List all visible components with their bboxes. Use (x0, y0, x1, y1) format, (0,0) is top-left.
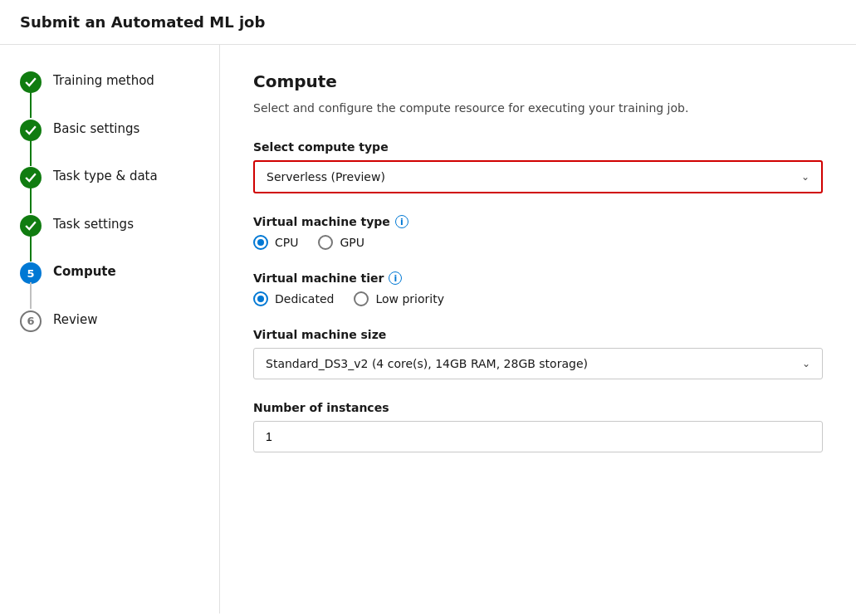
sidebar-item-task-settings[interactable]: Task settings (0, 208, 219, 257)
step-icon-wrap-1 (20, 65, 42, 93)
vm-size-value: Standard_DS3_v2 (4 core(s), 14GB RAM, 28… (266, 357, 588, 370)
page-header: Submit an Automated ML job (0, 0, 856, 45)
vm-tier-label: Virtual machine tier i (253, 271, 823, 285)
step-label-basic-settings: Basic settings (53, 113, 139, 161)
compute-type-label: Select compute type (253, 140, 823, 154)
main-layout: Training method Basic settings (0, 45, 856, 614)
step-icon-compute: 5 (20, 262, 42, 284)
checkmark-icon (25, 220, 37, 232)
vm-size-dropdown[interactable]: Standard_DS3_v2 (4 core(s), 14GB RAM, 28… (253, 348, 823, 379)
step-icon-review: 6 (20, 310, 42, 332)
checkmark-icon (25, 172, 37, 183)
vm-tier-info-icon: i (389, 271, 402, 285)
radio-gpu[interactable]: GPU (318, 235, 364, 250)
radio-gpu-outer (318, 235, 333, 250)
main-content: Compute Select and configure the compute… (220, 45, 856, 614)
radio-cpu-label: CPU (275, 236, 298, 249)
num-instances-label: Number of instances (253, 401, 823, 414)
sidebar-item-task-type-data[interactable]: Task type & data (0, 160, 219, 208)
vm-size-label: Virtual machine size (253, 328, 823, 341)
step-label-compute: Compute (53, 256, 116, 304)
compute-type-dropdown[interactable]: Serverless (Preview) ⌄ (253, 160, 823, 193)
checkmark-icon (25, 76, 37, 88)
section-title: Compute (253, 71, 823, 91)
step-icon-wrap-5: 5 (20, 256, 42, 284)
section-description: Select and configure the compute resourc… (253, 100, 823, 117)
radio-dedicated-outer (253, 291, 268, 306)
step-icon-task-type-data (20, 167, 42, 188)
step-icon-wrap-2 (20, 113, 42, 141)
sidebar-item-review[interactable]: 6 Review (0, 304, 219, 352)
step-icon-training-method (20, 71, 42, 93)
radio-dedicated-inner (257, 296, 264, 302)
radio-gpu-label: GPU (340, 236, 364, 249)
radio-dedicated[interactable]: Dedicated (253, 291, 334, 306)
step-list: Training method Basic settings (0, 65, 219, 351)
sidebar: Training method Basic settings (0, 45, 220, 614)
step-number-review: 6 (27, 315, 34, 327)
step-label-review: Review (53, 304, 98, 352)
chevron-down-icon-2: ⌄ (802, 358, 810, 369)
chevron-down-icon: ⌄ (801, 171, 810, 183)
step-number-compute: 5 (27, 267, 34, 280)
step-label-training-method: Training method (53, 65, 154, 113)
sidebar-item-compute[interactable]: 5 Compute (0, 256, 219, 304)
step-icon-basic-settings (20, 120, 42, 141)
page-title: Submit an Automated ML job (20, 13, 265, 31)
radio-dedicated-label: Dedicated (275, 292, 334, 306)
radio-cpu[interactable]: CPU (253, 235, 298, 250)
step-label-task-type-data: Task type & data (53, 160, 158, 208)
step-icon-wrap-6: 6 (20, 304, 42, 332)
sidebar-item-basic-settings[interactable]: Basic settings (0, 113, 219, 161)
checkmark-icon (25, 125, 37, 136)
num-instances-input[interactable] (253, 421, 823, 452)
radio-cpu-inner (257, 239, 264, 246)
step-icon-wrap-4 (20, 208, 42, 237)
vm-tier-radio-group: Dedicated Low priority (253, 291, 823, 306)
step-icon-task-settings (20, 215, 42, 237)
compute-type-value: Serverless (Preview) (267, 170, 385, 183)
radio-low-priority-label: Low priority (375, 292, 444, 306)
sidebar-item-training-method[interactable]: Training method (0, 65, 219, 113)
radio-low-priority[interactable]: Low priority (354, 291, 444, 306)
vm-type-label: Virtual machine type i (253, 215, 823, 228)
vm-type-info-icon: i (395, 215, 408, 228)
radio-cpu-outer (253, 235, 268, 250)
step-icon-wrap-3 (20, 160, 42, 188)
radio-low-priority-outer (354, 291, 369, 306)
vm-type-radio-group: CPU GPU (253, 235, 823, 250)
step-label-task-settings: Task settings (53, 208, 134, 257)
